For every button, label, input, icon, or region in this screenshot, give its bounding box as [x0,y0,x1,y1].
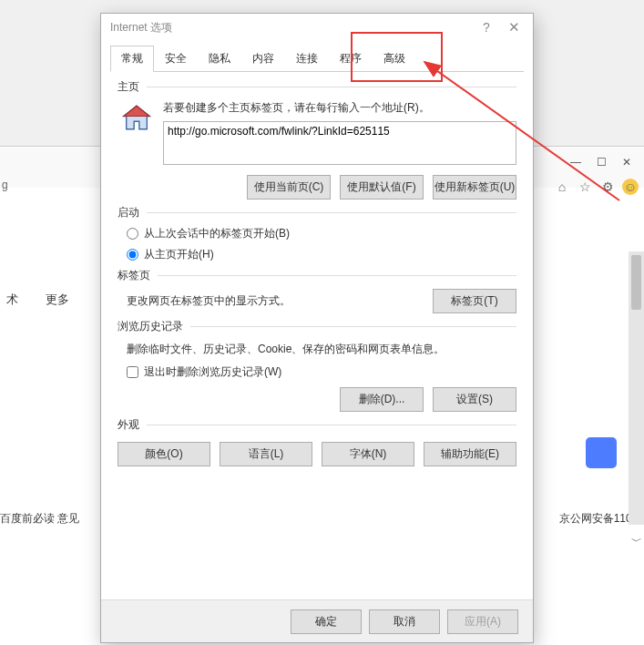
tab-content[interactable]: 内容 [241,46,285,72]
startup-last-session-radio[interactable]: 从上次会话中的标签页开始(B) [127,226,516,241]
house-icon [121,102,152,133]
use-current-button[interactable]: 使用当前页(C) [247,175,331,200]
close-icon[interactable]: ✕ [500,19,527,36]
cancel-button[interactable]: 取消 [369,609,440,634]
startup-home-radio[interactable]: 从主页开始(H) [127,247,516,262]
group-startup-label: 启动 [118,205,145,220]
help-icon[interactable]: ? [473,20,500,35]
bg-window-buttons: — ☐ ✕ [564,153,639,171]
tab-programs[interactable]: 程序 [329,46,373,72]
language-button[interactable]: 语言(L) [220,442,312,466]
home-icon[interactable]: ⌂ [554,179,570,195]
home-url-input[interactable] [163,121,516,165]
tab-connection[interactable]: 连接 [285,46,329,72]
ok-button[interactable]: 确定 [291,609,362,634]
radio-last-session[interactable] [127,228,138,240]
accessibility-button[interactable]: 辅助功能(E) [424,442,516,466]
tabs-button[interactable]: 标签页(T) [433,289,516,313]
group-startup: 启动 [118,205,516,220]
group-history-label: 浏览历史记录 [118,319,189,334]
group-tabs: 标签页 [118,268,516,283]
checkbox-delete-on-exit[interactable] [127,366,138,378]
tab-privacy[interactable]: 隐私 [198,46,241,72]
group-home-label: 主页 [118,79,145,95]
radio-home[interactable] [127,249,138,261]
group-appearance: 外观 [118,417,516,433]
delete-on-exit-checkbox[interactable]: 退出时删除浏览历史记录(W) [127,364,516,380]
internet-options-dialog: Internet 选项 ? ✕ 常规 安全 隐私 内容 连接 程序 高级 主页 [100,13,534,643]
delete-button[interactable]: 删除(D)... [340,387,424,412]
bg-scrollbar-thumb[interactable] [631,255,641,310]
use-newtab-button[interactable]: 使用新标签页(U) [433,175,516,200]
settings-button[interactable]: 设置(S) [433,387,516,412]
radio-last-session-label: 从上次会话中的标签页开始(B) [144,226,290,241]
bg-text: g [2,179,8,191]
bg-nav-more[interactable]: 更多 [46,292,69,308]
history-description: 删除临时文件、历史记录、Cookie、保存的密码和网页表单信息。 [127,342,516,357]
bg-footer-links[interactable]: 百度前必读 意见 [0,511,79,527]
apply-button[interactable]: 应用(A) [447,609,518,634]
use-default-button[interactable]: 使用默认值(F) [340,175,424,200]
svg-marker-1 [124,106,149,116]
bg-scroll-down-icon[interactable]: ﹀ [629,534,644,549]
bg-toolbar-icons: ⌂ ☆ ⚙ ☺ [554,179,639,195]
radio-home-label: 从主页开始(H) [144,247,214,262]
smiley-icon[interactable]: ☺ [622,179,639,195]
checkbox-delete-on-exit-label: 退出时删除浏览历史记录(W) [144,364,281,380]
bg-minimize-icon[interactable]: — [564,153,588,171]
font-button[interactable]: 字体(N) [322,442,414,466]
tab-security[interactable]: 安全 [154,46,198,72]
group-tabs-label: 标签页 [118,268,156,283]
group-history: 浏览历史记录 [118,319,516,334]
group-home: 主页 [118,79,516,95]
tab-general[interactable]: 常规 [110,46,154,72]
tabs-description: 更改网页在标签页中的显示方式。 [127,293,291,309]
dialog-content: 主页 若要创建多个主页标签页，请在每行输入一个地址(R)。 使用当前页(C) 使… [101,72,533,476]
dialog-title: Internet 选项 [110,20,473,36]
bg-blue-button[interactable] [586,437,617,468]
tab-advanced[interactable]: 高级 [373,46,416,72]
home-description: 若要创建多个主页标签页，请在每行输入一个地址(R)。 [163,100,516,116]
group-appearance-label: 外观 [118,417,145,433]
dialog-footer: 确定 取消 应用(A) [101,599,533,642]
dialog-titlebar: Internet 选项 ? ✕ [101,14,533,41]
bg-nav-item[interactable]: 术 [6,292,18,308]
gear-icon[interactable]: ⚙ [599,179,616,195]
bg-maximize-icon[interactable]: ☐ [589,153,613,171]
color-button[interactable]: 颜色(O) [118,442,210,466]
bg-close-icon[interactable]: ✕ [615,153,639,171]
star-icon[interactable]: ☆ [577,179,593,195]
tab-strip: 常规 安全 隐私 内容 连接 程序 高级 [110,45,524,72]
